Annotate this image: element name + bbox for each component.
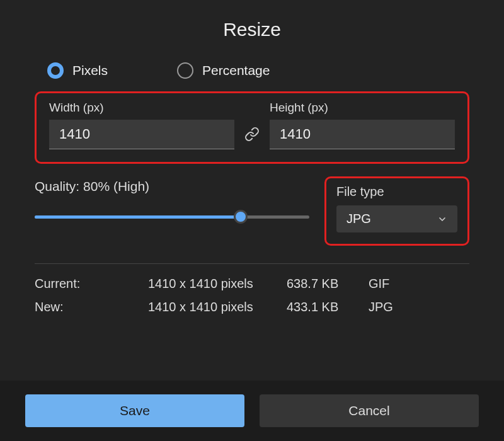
height-label: Height (px) [270,101,455,115]
quality-filetype-row: Quality: 80% (High) File type JPG [35,176,469,246]
dialog-content: Pixels Percentage Width (px) Height (px) [0,62,504,381]
filetype-section: File type JPG [324,176,469,246]
slider-thumb[interactable] [234,210,248,224]
resize-dialog: Resize Pixels Percentage Width (px) [0,0,504,441]
current-format: GIF [369,277,406,291]
width-input[interactable] [49,120,234,149]
dimensions-row: Width (px) Height (px) [49,101,455,149]
size-info-grid: Current: 1410 x 1410 pixels 638.7 KB GIF… [35,277,469,314]
new-format: JPG [369,300,406,314]
height-input[interactable] [270,120,455,149]
divider [35,263,469,264]
chevron-down-icon [437,214,447,224]
filetype-label: File type [336,185,457,199]
current-label: Current: [35,277,148,291]
width-column: Width (px) [49,101,234,149]
current-dims: 1410 x 1410 pixels [148,277,287,291]
radio-pixels[interactable]: Pixels [47,62,108,79]
save-button[interactable]: Save [25,394,244,427]
dimensions-section: Width (px) Height (px) [35,91,469,164]
radio-label: Pixels [72,63,108,78]
radio-label: Percentage [202,63,270,78]
new-dims: 1410 x 1410 pixels [148,300,287,314]
quality-column: Quality: 80% (High) [35,176,309,224]
quality-label: Quality: 80% (High) [35,179,309,194]
dropdown-value: JPG [346,212,371,226]
new-label: New: [35,300,148,314]
width-label: Width (px) [49,101,234,115]
filetype-dropdown[interactable]: JPG [336,205,457,232]
radio-icon [177,62,193,79]
dialog-footer: Save Cancel [0,381,504,441]
new-size: 433.1 KB [287,300,369,314]
radio-icon [47,62,64,79]
cancel-button[interactable]: Cancel [260,394,479,427]
dialog-title: Resize [0,19,504,40]
current-size: 638.7 KB [287,277,369,291]
quality-slider[interactable] [35,209,309,224]
slider-fill [35,215,241,219]
radio-percentage[interactable]: Percentage [177,62,270,79]
mode-radio-group: Pixels Percentage [35,62,469,79]
height-column: Height (px) [270,101,455,149]
link-icon[interactable] [244,127,260,149]
